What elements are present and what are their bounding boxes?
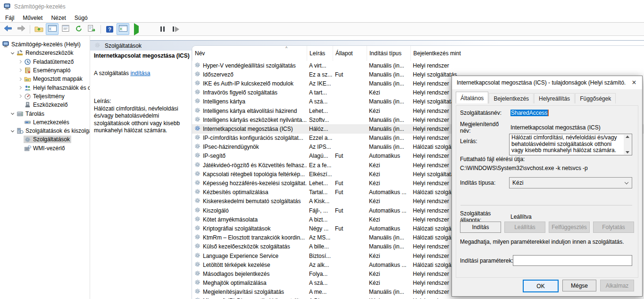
menu-f-jl[interactable]: Fájl <box>1 14 18 22</box>
tab-helyre-ll-t-s[interactable]: Helyreállítás <box>534 93 575 103</box>
show-console-tree-button[interactable] <box>46 23 59 35</box>
service-name-value[interactable]: SharedAccess <box>510 110 549 116</box>
stop-service-button[interactable] <box>143 23 156 35</box>
start-button[interactable]: Indítás <box>460 222 501 233</box>
task-scheduler-icon <box>24 59 31 65</box>
tab-ltal-nos[interactable]: Általános <box>456 92 488 103</box>
tree-item-label: Tárolás <box>25 111 44 117</box>
tree-item-label: Megosztott mappák <box>33 76 83 82</box>
pause-service-button[interactable] <box>156 23 169 35</box>
forward-icon <box>17 25 25 33</box>
column-header-ind-t-si-t-pus[interactable]: Indítási típus <box>367 46 410 61</box>
service-desc-cell: A virt... <box>307 62 333 69</box>
menu-s-g[interactable]: Súgó <box>70 14 92 22</box>
menu-n-zet[interactable]: Nézet <box>47 14 70 22</box>
params-input[interactable] <box>513 255 632 266</box>
show-action-pane-button[interactable] <box>117 23 129 35</box>
service-name-cell: Language Experience Service <box>192 252 307 260</box>
tree-item-feladat-temez[interactable]: Feladatütemező <box>0 58 90 66</box>
show-action-pane-icon <box>119 25 127 33</box>
separator-line <box>460 205 632 205</box>
expand-chevron[interactable] <box>17 60 24 63</box>
export-list-button[interactable] <box>85 23 98 35</box>
service-startup-cell: Automatikus <box>367 225 410 232</box>
service-name: KtmRm – Elosztott tranzakciók koordin... <box>203 234 305 241</box>
refresh-button[interactable] <box>72 23 85 35</box>
column-header-bejelentkez-s-mint[interactable]: Bejelentkezés mint <box>410 46 644 61</box>
tree-item-label: Feladatütemező <box>33 59 74 65</box>
tree-item-sz-m-t-g-p-kezel-s-helyi[interactable]: Számítógép-kezelés (Helyi) <box>0 40 90 49</box>
scroll-up-icon[interactable] <box>626 136 629 138</box>
start-service-link[interactable]: indítása <box>130 70 150 77</box>
service-icon <box>194 188 201 196</box>
tree-item-t-rol-s[interactable]: Tárolás <box>0 109 90 118</box>
tree-item-szolg-ltat-sok-s-kiszolg-l[interactable]: Szolgáltatások és kiszolgáló <box>0 127 90 135</box>
tab-bejelentkez-s[interactable]: Bejelentkezés <box>489 93 534 103</box>
column-header-le-r-s[interactable]: Leírás <box>307 46 333 61</box>
help-button[interactable]: ? <box>103 23 116 35</box>
tree-item-helyi-felhaszn-l-k-s-cs[interactable]: Helyi felhasználók és cs <box>0 83 90 92</box>
service-startup-cell: Manuális (in... <box>367 289 410 295</box>
tree-item-content: Feladatütemező <box>24 58 75 66</box>
table-row[interactable]: Hyper-V vendégleállítási szolgáltatásA v… <box>192 61 644 70</box>
back-button[interactable] <box>1 23 14 35</box>
service-name-cell: Kapcsolati rétegbeli topológia feltérkép… <box>192 171 307 178</box>
tree-item-szolg-ltat-sok[interactable]: Szolgáltatások <box>0 135 90 144</box>
service-name-cell: Képesség hozzáférés-kezelési szolgáltat.… <box>192 179 307 187</box>
restart-service-button[interactable] <box>169 23 182 35</box>
tree-item-rendszereszk-z-k[interactable]: Rendszereszközök <box>0 49 90 57</box>
startup-type-select[interactable]: Kézi <box>509 177 632 188</box>
service-icon <box>194 297 201 299</box>
service-desc-cell: Négy ... <box>307 225 333 232</box>
table-row[interactable]: Microsoft (R) Diagnosztikai központ élt.… <box>192 297 644 299</box>
start-service-icon <box>134 26 139 33</box>
expand-chevron[interactable] <box>9 113 16 114</box>
service-startup-cell: Kézi <box>367 198 410 205</box>
service-icon <box>194 179 201 187</box>
tree-item-eszk-zkezel[interactable]: Eszközkezelő <box>0 101 90 109</box>
service-name-cell: Megjelenítésjavítási szolgáltatás <box>192 288 307 296</box>
ok-button[interactable]: OK <box>523 280 559 292</box>
service-control-buttons: Indítás Leállítás Felfüggesztés Folytatá… <box>460 222 634 233</box>
expand-chevron[interactable] <box>17 86 24 89</box>
textbox-scrollbar[interactable] <box>624 135 631 154</box>
cancel-button[interactable]: Mégse <box>562 280 596 291</box>
toolbar-separator <box>30 25 30 34</box>
service-status-cell: Fut <box>333 189 367 196</box>
close-icon[interactable]: × <box>626 78 642 87</box>
menu-m-velet[interactable]: Művelet <box>18 14 47 22</box>
scroll-down-icon[interactable] <box>626 151 629 154</box>
tree-item-lemezkezel-s[interactable]: Lemezkezelés <box>0 118 90 127</box>
expand-chevron[interactable] <box>9 52 16 54</box>
expand-chevron[interactable] <box>17 78 24 80</box>
service-name-cell: Infravörös figyelő szolgáltatás <box>192 89 307 96</box>
up-one-level-button[interactable] <box>33 23 45 35</box>
service-name-cell: IKE és Auth-IP kulcskezelő modulok <box>192 80 307 87</box>
description-textbox[interactable]: Hálózati címfordítási, névfeloldási és/v… <box>509 134 632 155</box>
services-icon <box>24 136 31 143</box>
expand-chevron[interactable] <box>9 130 16 132</box>
service-status-cell: Fut <box>333 71 367 78</box>
tree-item-teljes-tm-ny[interactable]: Teljesítmény <box>0 92 90 101</box>
tree-item-esem-nynapl[interactable]: Eseménynapló <box>0 66 90 75</box>
service-name-cell: Intelligens kártyás eszközöket nyilvánta… <box>192 116 307 124</box>
start-service-button[interactable] <box>130 23 142 35</box>
service-icon <box>194 134 201 142</box>
tree-item-wmi-vez-rl[interactable]: WMI-vezérlő <box>0 144 90 153</box>
properties-button[interactable] <box>59 23 72 35</box>
expand-chevron[interactable] <box>17 69 24 71</box>
service-name-cell: IPsec-házirendügynök <box>192 143 307 151</box>
service-icon <box>194 171 201 178</box>
help-icon: ? <box>106 26 113 33</box>
service-name-cell: Letöltött térképek kezelése <box>192 261 307 269</box>
forward-button[interactable] <box>15 23 27 35</box>
dialog-description-label: Leírás: <box>460 138 510 145</box>
service-icon <box>194 252 201 260</box>
service-name: Másodlagos bejelentkezés <box>203 271 269 277</box>
expand-chevron[interactable] <box>17 95 24 97</box>
service-name-cell: KtmRm – Elosztott tranzakciók koordin... <box>192 234 307 241</box>
tree-item-megosztott-mapp-k[interactable]: Megosztott mappák <box>0 75 90 83</box>
tab-f-gg-s-gek[interactable]: Függőségek <box>575 93 616 103</box>
column-header-n-v[interactable]: Név <box>192 46 307 61</box>
column-header-llapot[interactable]: Állapot <box>333 46 367 61</box>
